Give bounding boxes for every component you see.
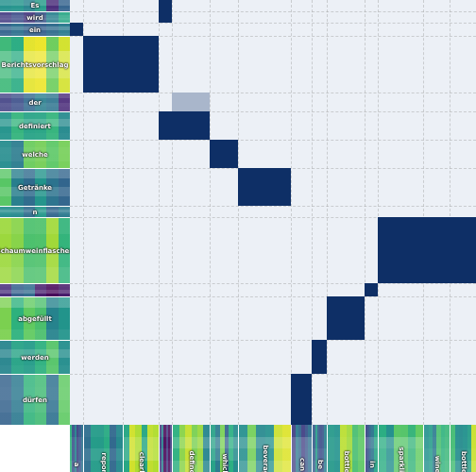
- alignment-heatmap: [70, 0, 476, 425]
- spectrogram-slice: [0, 12, 70, 23]
- spectrogram-slice: [328, 425, 365, 472]
- heatmap-cell: [159, 111, 172, 140]
- grid-line-h: [70, 111, 476, 112]
- y-tick-13: dürfen: [0, 374, 70, 425]
- x-tick-7: can: [291, 425, 312, 472]
- grid-line-v: [291, 0, 292, 425]
- x-tick-4: defines: [172, 425, 210, 472]
- spectrogram-slice: [70, 425, 83, 472]
- heatmap-cell: [159, 0, 172, 11]
- x-tick-0: a: [70, 425, 83, 472]
- grid-line-h: [70, 93, 476, 93]
- y-tick-4: der: [0, 93, 70, 111]
- spectrogram-slice: [0, 375, 70, 425]
- x-tick-5: which: [210, 425, 238, 472]
- spectrogram-slice: [0, 284, 70, 296]
- grid-line-v: [159, 0, 160, 425]
- y-tick-10: [0, 283, 70, 296]
- heatmap-cell: [291, 374, 312, 425]
- grid-line-h: [70, 23, 476, 24]
- grid-line-h: [70, 140, 476, 141]
- spectrogram-slice: [0, 141, 70, 168]
- spectrogram-slice: [0, 169, 70, 206]
- spectrogram-slice: [0, 24, 70, 36]
- spectrogram-slice: [0, 112, 70, 140]
- y-tick-3: Berichtsvorschlag: [0, 36, 70, 93]
- grid-line-v: [327, 0, 328, 425]
- spectrogram-slice: [424, 425, 450, 472]
- heatmap-cell: [312, 340, 327, 374]
- y-tick-8: n: [0, 206, 70, 217]
- heatmap-cell: [378, 217, 423, 283]
- grid-line-v: [238, 0, 239, 425]
- spectrogram-slice: [84, 425, 123, 472]
- heatmap-cell: [210, 140, 238, 168]
- spectrogram-slice: [160, 425, 172, 472]
- grid-line-v: [172, 0, 173, 425]
- y-axis-spectrogram-strip: EswirdeinBerichtsvorschlagderdefiniertwe…: [0, 0, 70, 425]
- spectrogram-slice: [0, 341, 70, 374]
- spectrogram-slice: [211, 425, 238, 472]
- x-tick-1: report: [83, 425, 123, 472]
- grid-line-v: [423, 0, 424, 425]
- x-tick-8: be: [312, 425, 327, 472]
- heatmap-cell: [365, 283, 378, 296]
- y-tick-0: Es: [0, 0, 70, 11]
- x-tick-11: sparkling: [378, 425, 423, 472]
- heatmap-cell: [327, 296, 365, 340]
- x-tick-6: beverages: [238, 425, 291, 472]
- y-tick-2: ein: [0, 23, 70, 36]
- spectrogram-slice: [173, 425, 210, 472]
- spectrogram-slice: [450, 425, 476, 472]
- spectrogram-slice: [0, 93, 70, 111]
- grid-line-h: [70, 374, 476, 375]
- x-tick-13: bottles: [450, 425, 476, 472]
- heatmap-cell: [159, 11, 172, 23]
- spectrogram-slice: [0, 37, 70, 93]
- y-tick-11: abgefüllt: [0, 296, 70, 340]
- spectrogram-slice: [0, 207, 70, 217]
- heatmap-cell: [83, 36, 123, 93]
- grid-line-h: [70, 283, 476, 284]
- x-tick-10: in: [365, 425, 378, 472]
- grid-line-v: [365, 0, 366, 425]
- grid-line-v: [378, 0, 379, 425]
- spectrogram-slice: [313, 425, 327, 472]
- y-tick-9: Schaumweinflaschen: [0, 217, 70, 283]
- x-tick-3: [159, 425, 172, 472]
- y-tick-12: werden: [0, 340, 70, 374]
- grid-line-v: [210, 0, 211, 425]
- x-axis-spectrogram-strip: areportclearlydefineswhichbeveragescanbe…: [70, 425, 476, 472]
- spectrogram-slice: [124, 425, 159, 472]
- heatmap-cell: [172, 111, 210, 140]
- spectrogram-slice: [292, 425, 312, 472]
- spectrogram-slice: [239, 425, 291, 472]
- heatmap-cell: [70, 23, 83, 36]
- grid-line-v: [450, 0, 450, 425]
- heatmap-cell: [172, 93, 210, 111]
- heatmap-cell: [123, 36, 159, 93]
- grid-line-h: [70, 340, 476, 341]
- heatmap-cell: [238, 168, 291, 206]
- y-tick-7: Getränke: [0, 168, 70, 206]
- spectrogram-slice: [366, 425, 378, 472]
- grid-line-h: [70, 11, 476, 12]
- spectrogram-slice: [379, 425, 423, 472]
- y-tick-5: definiert: [0, 111, 70, 140]
- spectrogram-slice: [0, 218, 70, 283]
- spectrogram-slice: [0, 297, 70, 340]
- x-tick-9: bottled: [327, 425, 365, 472]
- x-tick-2: clearly: [123, 425, 159, 472]
- grid-line-h: [70, 206, 476, 207]
- y-tick-6: welche: [0, 140, 70, 168]
- spectrogram-slice: [0, 0, 70, 11]
- heatmap-cell: [450, 217, 476, 283]
- grid-line-h: [70, 296, 476, 297]
- y-tick-1: wird: [0, 11, 70, 23]
- heatmap-cell: [423, 217, 450, 283]
- x-tick-12: wine: [423, 425, 450, 472]
